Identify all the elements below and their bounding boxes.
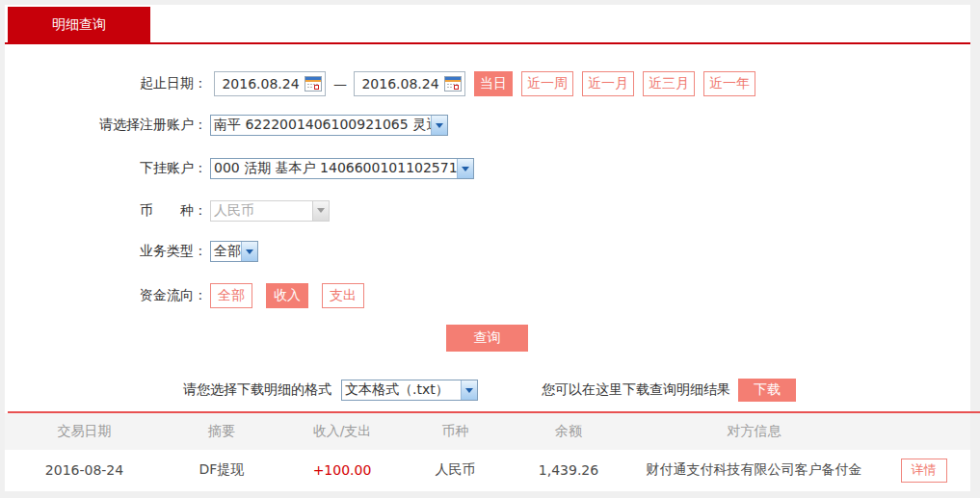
column-header-currency: 币种	[405, 423, 506, 440]
currency-select: 人民币	[210, 200, 330, 222]
register-account-value: 南平 6222001406100921065 灵通卡	[211, 116, 431, 135]
table-row: 2016-08-24 DF提现 +100.00 人民币 1,439.26 财付通…	[5, 450, 970, 490]
currency-row: 币 种： 人民币	[0, 198, 330, 223]
date-range-label: 起止日期：	[0, 75, 207, 92]
cell-balance: 1,439.26	[506, 462, 631, 478]
sub-account-value: 000 活期 基本户 1406600101102571848	[211, 159, 457, 178]
business-type-value: 全部	[211, 242, 241, 261]
fund-flow-label: 资金流向：	[0, 287, 207, 304]
download-row: 请您选择下载明细的格式 文本格式（.txt） 您可以在这里下载查询明细结果 下载	[0, 378, 796, 403]
business-type-label: 业务类型：	[0, 243, 207, 260]
chevron-down-icon	[431, 116, 447, 135]
cell-summary: DF提现	[164, 461, 279, 479]
start-date-value: 2016.08.24	[217, 76, 305, 92]
register-account-label: 请选择注册账户：	[0, 117, 207, 134]
column-header-amount: 收入/支出	[279, 423, 405, 440]
download-format-select[interactable]: 文本格式（.txt）	[341, 380, 478, 401]
cell-amount: +100.00	[279, 462, 405, 478]
fund-flow-row: 资金流向： 全部 收入 支出	[0, 282, 372, 308]
column-header-date: 交易日期	[5, 423, 164, 440]
download-hint-text: 您可以在这里下载查询明细结果	[542, 381, 730, 399]
sub-account-select[interactable]: 000 活期 基本户 1406600101102571848	[210, 158, 474, 179]
download-button[interactable]: 下载	[738, 379, 796, 402]
date-range-row: 起止日期： 2016.08.24 — 2016.08.24	[0, 70, 755, 96]
register-account-row: 请选择注册账户： 南平 6222001406100921065 灵通卡	[0, 114, 448, 137]
currency-label: 币 种：	[0, 202, 207, 220]
query-button[interactable]: 查询	[446, 325, 528, 352]
quick-range-1year-button[interactable]: 近一年	[703, 71, 755, 96]
calendar-icon[interactable]	[444, 76, 462, 92]
chevron-down-icon	[312, 201, 329, 221]
quick-range-1week-button[interactable]: 近一周	[521, 71, 573, 96]
chevron-down-icon	[461, 380, 477, 400]
sub-account-label: 下挂账户：	[0, 160, 207, 177]
chevron-down-icon	[457, 159, 473, 178]
date-separator: —	[333, 76, 347, 92]
flow-all-button[interactable]: 全部	[210, 283, 252, 308]
chevron-down-icon	[241, 242, 257, 261]
currency-value: 人民币	[211, 201, 312, 221]
tab-underline	[5, 42, 970, 44]
tab-detail-query[interactable]: 明细查询	[8, 7, 150, 42]
column-header-counterparty: 对方信息	[631, 423, 877, 440]
quick-range-today-button[interactable]: 当日	[474, 71, 513, 96]
flow-income-button[interactable]: 收入	[266, 283, 308, 308]
business-type-row: 业务类型： 全部	[0, 240, 258, 263]
flow-expense-button[interactable]: 支出	[322, 283, 364, 308]
quick-range-3months-button[interactable]: 近三月	[643, 71, 695, 96]
cell-counterparty: 财付通支付科技有限公司客户备付金	[631, 461, 877, 479]
download-format-value: 文本格式（.txt）	[342, 380, 461, 400]
detail-query-page: 明细查询 起止日期： 2016.08.24 — 2016.08.24	[0, 0, 980, 498]
start-date-input[interactable]: 2016.08.24	[214, 71, 326, 96]
register-account-select[interactable]: 南平 6222001406100921065 灵通卡	[210, 115, 448, 136]
end-date-value: 2016.08.24	[357, 76, 444, 92]
cell-currency: 人民币	[405, 461, 506, 479]
column-header-summary: 摘要	[164, 423, 279, 440]
business-type-select[interactable]: 全部	[210, 241, 258, 262]
end-date-input[interactable]: 2016.08.24	[354, 71, 465, 96]
sub-account-row: 下挂账户： 000 活期 基本户 1406600101102571848	[0, 157, 474, 180]
calendar-icon[interactable]	[305, 76, 322, 92]
column-header-balance: 余额	[506, 423, 631, 440]
download-format-label: 请您选择下载明细的格式	[183, 381, 331, 399]
detail-button[interactable]: 详情	[901, 459, 947, 483]
quick-range-1month-button[interactable]: 近一月	[582, 71, 634, 96]
table-header-row: 交易日期 摘要 收入/支出 币种 余额 对方信息	[5, 413, 970, 450]
cell-transaction-date: 2016-08-24	[5, 462, 164, 478]
